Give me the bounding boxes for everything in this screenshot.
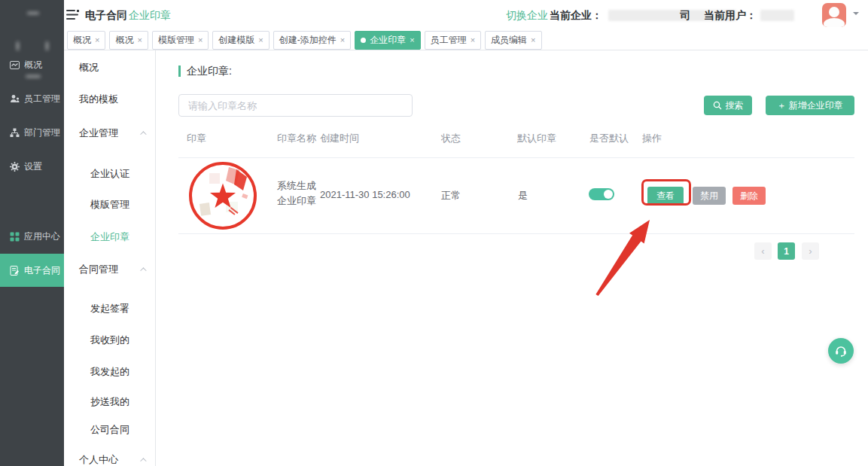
subnav-label: 我收到的 [90,334,129,347]
subnav-label: 概况 [79,61,99,75]
search-button[interactable]: 搜索 [704,96,752,115]
col-header-default: 默认印章 [517,132,556,145]
subnav-enterprise-seal[interactable]: 企业印章 [64,229,155,245]
seal-name-search-input[interactable] [178,94,413,117]
close-icon[interactable]: × [137,36,142,44]
table-row-divider [178,233,854,234]
col-header-seal-name: 印章名称 [277,132,316,145]
departments-icon [10,128,20,138]
add-enterprise-seal-button[interactable]: ＋ 新增企业印章 [766,96,854,115]
chevron-left-icon: ‹ [761,245,764,257]
sidebar-item-employees[interactable]: 员工管理 [0,87,64,110]
apps-icon [10,232,20,242]
user-avatar[interactable] [822,3,846,27]
main-content: 企业印章: 搜索 ＋ 新增企业印章 印章 印章名称 创建时间 状态 默认印章 是… [156,50,868,466]
breadcrumb-current: 企业印章 [129,9,171,23]
delete-button[interactable]: 删除 [732,187,766,205]
subnav-enterprise-mgmt[interactable]: 企业管理 [64,125,155,142]
close-icon[interactable]: × [471,36,475,44]
sidebar-item-app-center[interactable]: 应用中心 [0,225,64,248]
page-number: 1 [784,246,789,257]
close-icon[interactable]: × [340,36,345,44]
company-seal-image [187,160,259,232]
chevron-down-icon[interactable] [853,12,859,18]
sidebar-item-label: 概况 [24,59,42,72]
subnav-label: 合同管理 [79,263,118,276]
subnav-overview[interactable]: 概况 [64,59,155,76]
customer-service-button[interactable] [828,338,854,364]
tab-label: 员工管理 [431,34,467,47]
subnav-initiate-sign[interactable]: 发起签署 [64,300,155,317]
current-user-redacted [760,10,794,21]
tab-create-add-control[interactable]: 创建-添加控件 × [273,31,351,50]
subnav-label: 抄送我的 [90,395,129,409]
chevron-up-icon [140,267,146,273]
chevron-up-icon [140,131,146,137]
tab-label: 成员编辑 [491,34,527,47]
tab-member-edit[interactable]: 成员编辑 × [485,31,541,50]
pagination-page-1[interactable]: 1 [778,242,795,260]
add-button-label: ＋ 新增企业印章 [777,99,842,112]
sidebar-item-label: 员工管理 [24,93,60,105]
seal-name-cell: 系统生成 企业印章 [277,178,322,209]
subnav-my-templates[interactable]: 我的模板 [64,91,155,108]
tab-label: 概况 [73,34,91,47]
subnav-received[interactable]: 我收到的 [64,332,155,349]
subnav-personal-center[interactable]: 个人中心 [64,452,155,466]
tab-enterprise-seal[interactable]: 企业印章 × [355,31,420,50]
breadcrumb-separator: / [122,9,125,21]
tab-bar: 概况 × 概况 × 模版管理 × 创建模版 × 创建-添加控件 × 企业印章 ×… [64,30,868,50]
tab-label: 创建-添加控件 [279,34,337,47]
top-header: 电子合同 / 企业印章 切换企业 当前企业： 司 当前用户： [64,0,868,30]
pagination-next-button[interactable]: › [802,242,819,260]
sidebar-item-settings[interactable]: 设置 [0,155,64,178]
subnav-label: 发起签署 [90,302,129,315]
sidebar-item-label: 应用中心 [24,230,60,243]
sidebar-item-label: 部门管理 [24,126,60,139]
col-header-seal: 印章 [187,132,206,145]
subnav-cc-me[interactable]: 抄送我的 [64,394,155,410]
subnav-enterprise-auth[interactable]: 企业认证 [64,166,155,182]
econtract-icon [10,266,20,276]
col-header-is-default: 是否默认 [589,132,629,145]
close-icon[interactable]: × [198,36,203,44]
sidebar-item-departments[interactable]: 部门管理 [0,121,64,144]
annotation-arrow [580,211,662,305]
default-seal-cell: 是 [518,189,528,203]
tab-create-template[interactable]: 创建模版 × [212,31,269,50]
pagination-prev-button[interactable]: ‹ [754,242,772,260]
tab-overview-2[interactable]: 概况 × [109,31,148,50]
page-title: 企业印章: [178,65,232,77]
tab-employee-mgmt[interactable]: 员工管理 × [425,31,481,50]
employees-icon [10,94,20,104]
subnav-contract-mgmt[interactable]: 合同管理 [64,261,155,278]
tab-template-mgmt[interactable]: 模版管理 × [152,31,209,50]
avatar-body [824,18,845,27]
sidebar-item-econtract[interactable]: 电子合同 [0,254,64,287]
collapse-menu-icon[interactable] [66,10,80,20]
close-icon[interactable]: × [531,36,535,44]
subnav-initiated[interactable]: 我发起的 [64,364,155,380]
tab-label: 模版管理 [158,34,194,47]
sidebar-item-overview[interactable]: 概况 [0,53,64,76]
col-header-created: 创建时间 [320,132,359,145]
active-tab-dot [361,38,366,43]
chevron-right-icon: › [809,245,812,257]
tab-label: 创建模版 [218,34,254,47]
breadcrumb-root[interactable]: 电子合同 [85,9,127,23]
disable-button[interactable]: 禁用 [693,187,726,205]
overview-icon [10,60,20,70]
close-icon[interactable]: × [95,36,99,44]
close-icon[interactable]: × [258,36,263,44]
subnav-label: 我的模板 [79,93,118,106]
default-toggle-switch[interactable] [589,188,614,200]
tab-label: 企业印章 [370,34,406,47]
primary-sidebar: 概况 员工管理 部门管理 设置 [0,0,64,466]
search-icon [713,101,722,110]
annotation-highlight-box [641,179,691,206]
sidebar-item-label: 电子合同 [24,264,60,277]
subnav-template-mgmt[interactable]: 模版管理 [64,196,155,213]
close-icon[interactable]: × [410,36,414,44]
tab-overview-1[interactable]: 概况 × [67,31,105,50]
subnav-company-contracts[interactable]: 公司合同 [64,422,155,438]
